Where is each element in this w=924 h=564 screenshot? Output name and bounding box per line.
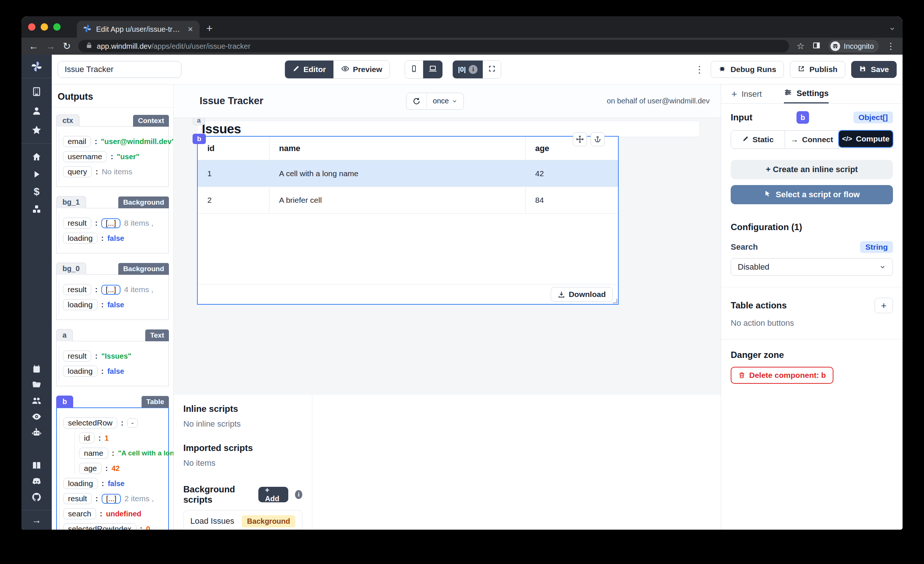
component-tag[interactable]: bg_0 bbox=[56, 263, 86, 275]
collapse-arrow-icon[interactable]: → bbox=[21, 510, 52, 530]
home-icon[interactable] bbox=[21, 148, 52, 166]
forward-icon[interactable]: → bbox=[46, 40, 56, 52]
new-tab-button[interactable]: + bbox=[206, 22, 213, 35]
array-expander[interactable]: [...] bbox=[102, 494, 121, 504]
table-row[interactable]: 1 A cell with a long name 42 bbox=[198, 160, 618, 187]
array-expander[interactable]: [...] bbox=[101, 218, 120, 228]
output-row[interactable]: result:"Issues" bbox=[63, 350, 166, 362]
desktop-view-button[interactable] bbox=[423, 61, 442, 78]
compute-mode-button[interactable]: </> Compute bbox=[838, 130, 893, 148]
preview-button[interactable]: Preview bbox=[333, 61, 390, 78]
minimize-window-button[interactable] bbox=[40, 23, 48, 31]
audit-eye-icon[interactable] bbox=[21, 408, 52, 424]
output-card-b[interactable]: b Table selectedRow:- id:1 name:"A cell … bbox=[56, 395, 169, 530]
resize-handle[interactable] bbox=[613, 299, 617, 303]
component-tag[interactable]: bg_1 bbox=[56, 196, 86, 208]
background-script-item[interactable]: Load Issues Background bbox=[183, 510, 302, 530]
chevron-down-icon[interactable]: ⌄ bbox=[888, 22, 896, 32]
search-mode-select[interactable]: Disabled bbox=[731, 258, 893, 276]
move-handle[interactable] bbox=[573, 132, 587, 146]
folders-icon[interactable] bbox=[21, 377, 52, 393]
reload-icon[interactable]: ↻ bbox=[63, 40, 71, 52]
output-row[interactable]: email:"user@windmill.dev" bbox=[63, 136, 166, 147]
component-a-tag[interactable]: a bbox=[193, 118, 205, 125]
download-button[interactable]: Download bbox=[551, 287, 613, 302]
groups-users-icon[interactable] bbox=[21, 393, 52, 408]
output-row[interactable]: id:1 bbox=[79, 432, 165, 444]
output-row[interactable]: username:"user" bbox=[63, 151, 166, 162]
output-card-ctx[interactable]: ctx Context email:"user@windmill.dev" us… bbox=[56, 114, 169, 187]
save-button[interactable]: Save bbox=[851, 61, 897, 78]
discord-icon[interactable] bbox=[21, 473, 52, 489]
docs-book-icon[interactable] bbox=[21, 457, 52, 473]
output-row[interactable]: name:"A cell with a long name" bbox=[79, 448, 165, 459]
output-row[interactable]: loading:false bbox=[63, 233, 166, 244]
debug-runs-button[interactable]: Debug Runs bbox=[711, 61, 784, 78]
incognito-badge[interactable]: Incognito bbox=[828, 40, 879, 52]
resources-cubes-icon[interactable] bbox=[21, 200, 52, 218]
output-card-bg0[interactable]: bg_0 Background result:[...]4 items , lo… bbox=[56, 262, 169, 320]
close-window-button[interactable] bbox=[28, 23, 36, 31]
browser-menu-icon[interactable]: ⋮ bbox=[886, 41, 895, 51]
tab-insert[interactable]: + Insert bbox=[732, 85, 762, 103]
bookmark-star-icon[interactable]: ☆ bbox=[796, 41, 805, 51]
schedules-calendar-icon[interactable] bbox=[21, 361, 52, 377]
tab-close-icon[interactable]: × bbox=[187, 25, 194, 34]
schema-explorer-button[interactable]: |0| i bbox=[453, 61, 483, 78]
component-tag[interactable]: ctx bbox=[56, 115, 80, 127]
windmill-logo-icon[interactable] bbox=[21, 55, 52, 78]
output-row[interactable]: selectedRowIndex:0 bbox=[63, 524, 165, 530]
maximize-window-button[interactable] bbox=[53, 23, 61, 31]
anchor-handle[interactable] bbox=[591, 132, 604, 146]
delete-component-button[interactable]: Delete component: b bbox=[731, 367, 834, 384]
runs-play-icon[interactable] bbox=[21, 166, 52, 183]
tab-settings[interactable]: Settings bbox=[784, 85, 829, 103]
output-row[interactable]: loading:false bbox=[63, 478, 165, 489]
column-header[interactable]: id bbox=[198, 137, 270, 160]
sidebar-icon[interactable] bbox=[812, 41, 821, 51]
select-script-button[interactable]: Select a script or flow bbox=[731, 185, 893, 204]
output-row[interactable]: query:No items bbox=[63, 166, 166, 177]
column-header[interactable]: name bbox=[270, 137, 526, 160]
refresh-button[interactable] bbox=[406, 93, 426, 109]
app-canvas[interactable]: a Issues b bbox=[174, 118, 721, 395]
output-row[interactable]: result:[...]4 items , bbox=[63, 284, 166, 295]
table-row[interactable]: 2 A briefer cell 84 bbox=[198, 187, 618, 214]
output-row[interactable]: age:42 bbox=[79, 463, 165, 474]
refresh-mode-dropdown[interactable]: once bbox=[426, 93, 464, 109]
output-row[interactable]: result:[...]8 items , bbox=[63, 218, 166, 229]
browser-tab[interactable]: Edit App u/user/issue-tracker | × bbox=[77, 21, 200, 38]
editor-button[interactable]: Editor bbox=[285, 61, 333, 78]
text-component-a[interactable]: a Issues bbox=[197, 121, 700, 137]
add-table-action-button[interactable]: + bbox=[874, 298, 893, 313]
output-row[interactable]: search:undefined bbox=[63, 508, 165, 519]
output-row[interactable]: result:[...]2 items , bbox=[63, 493, 165, 504]
address-bar[interactable]: app.windmill.dev/apps/edit/u/user/issue-… bbox=[78, 40, 789, 52]
output-row[interactable]: loading:false bbox=[63, 366, 166, 377]
output-row[interactable]: selectedRow:- bbox=[63, 417, 165, 428]
component-tag[interactable]: a bbox=[56, 329, 73, 341]
github-icon[interactable] bbox=[21, 489, 52, 505]
output-card-bg1[interactable]: bg_1 Background result:[...]8 items , lo… bbox=[56, 195, 169, 253]
component-tag-selected[interactable]: b bbox=[56, 396, 73, 408]
workspace-icon[interactable] bbox=[21, 82, 52, 101]
user-icon[interactable] bbox=[21, 101, 52, 120]
create-inline-script-button[interactable]: + Create an inline script bbox=[731, 160, 893, 179]
add-background-script-button[interactable]: + Add bbox=[258, 487, 288, 502]
publish-button[interactable]: Publish bbox=[790, 61, 845, 78]
array-expander[interactable]: [...] bbox=[101, 285, 120, 295]
fullscreen-button[interactable] bbox=[483, 61, 501, 78]
app-name-input[interactable] bbox=[58, 61, 182, 78]
ai-robot-icon[interactable] bbox=[21, 424, 52, 440]
component-b-tag[interactable]: b bbox=[192, 134, 206, 144]
variables-dollar-icon[interactable]: $ bbox=[21, 183, 52, 200]
connect-mode-button[interactable]: → Connect bbox=[784, 131, 839, 148]
app-menu-icon[interactable]: ⋮ bbox=[694, 64, 704, 75]
mobile-view-button[interactable] bbox=[405, 61, 423, 78]
output-row[interactable]: loading:false bbox=[63, 299, 166, 310]
table-component-b[interactable]: b id bbox=[197, 136, 619, 305]
static-mode-button[interactable]: Static bbox=[731, 131, 784, 148]
output-card-a[interactable]: a Text result:"Issues" loading:false bbox=[56, 328, 169, 386]
back-icon[interactable]: ← bbox=[29, 40, 39, 52]
favorites-star-icon[interactable] bbox=[21, 120, 52, 140]
